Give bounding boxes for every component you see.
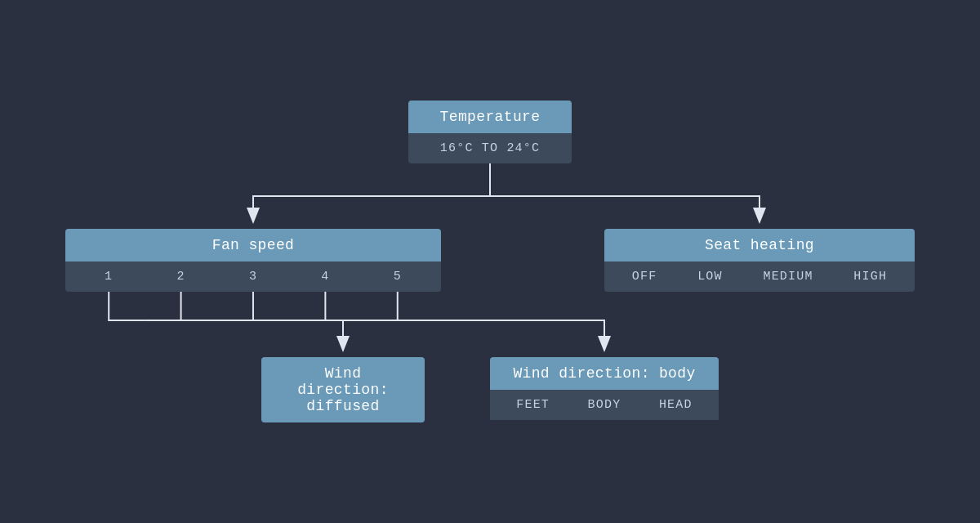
fan-speed-1: 1 (105, 270, 113, 284)
wind-body-head: HEAD (659, 398, 693, 412)
temperature-range: 16°C TO 24°C (440, 141, 540, 155)
wind-body-title: Wind direction: body (490, 357, 719, 390)
fan-speed-body: 1 2 3 4 5 (65, 262, 441, 292)
fan-speed-title: Fan speed (65, 229, 441, 262)
wind-body-feet: FEET (516, 398, 550, 412)
temperature-title: Temperature (408, 101, 572, 133)
wind-diffused-title: Wind direction: diffused (261, 357, 425, 422)
fan-speed-4: 4 (321, 270, 329, 284)
wind-diffused-node: Wind direction: diffused (261, 357, 425, 422)
seat-heating-title: Seat heating (604, 229, 915, 262)
fan-speed-node: Fan speed 1 2 3 4 5 (65, 229, 441, 292)
seat-heating-high: HIGH (853, 270, 887, 284)
seat-heating-body: OFF LOW MEDIUM HIGH (604, 262, 915, 292)
fan-speed-5: 5 (394, 270, 402, 284)
seat-heating-low: LOW (697, 270, 723, 284)
wind-body-body-val: BODY (588, 398, 621, 412)
seat-heating-medium: MEDIUM (763, 270, 813, 284)
fan-speed-3: 3 (249, 270, 257, 284)
temperature-node: Temperature 16°C TO 24°C (408, 101, 572, 163)
seat-heating-off: OFF (632, 270, 657, 284)
wind-body-node: Wind direction: body FEET BODY HEAD (490, 357, 719, 422)
fan-speed-2: 2 (176, 270, 185, 284)
seat-heating-node: Seat heating OFF LOW MEDIUM HIGH (604, 229, 915, 292)
wind-body-body: FEET BODY HEAD (490, 390, 719, 420)
temperature-body: 16°C TO 24°C (408, 133, 572, 163)
